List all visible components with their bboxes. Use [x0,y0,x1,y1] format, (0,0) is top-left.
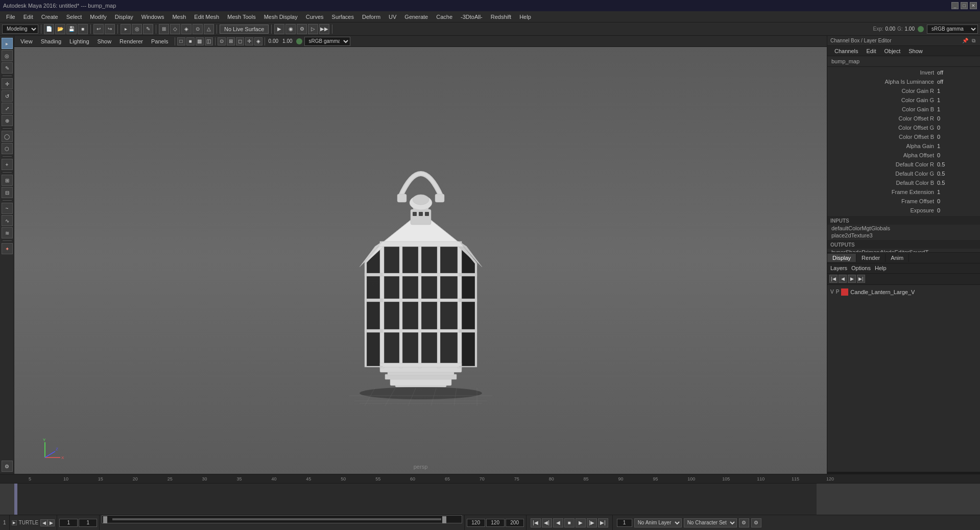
rp-pin-btn[interactable]: 📌 [962,37,969,44]
paint-select-btn[interactable]: ✎ [2,62,13,74]
vp-menu-lighting[interactable]: Lighting [65,37,93,45]
attr-row-alpha-offset[interactable]: Alpha Offset 0 [827,151,980,160]
attr-row-alpha-gain[interactable]: Alpha Gain 1 [827,141,980,151]
layers-tab-layers[interactable]: Layers [830,265,847,271]
close-button[interactable]: ✕ [970,2,977,9]
display-tab-render[interactable]: Render [856,254,886,262]
current-frame-marker[interactable] [14,484,17,515]
input-item-0[interactable]: defaultColorMgtGlobals [827,225,980,232]
rotate-tool-btn[interactable]: ↺ [2,90,13,102]
gamma-dropdown[interactable]: sRGB gamma [927,25,978,34]
menu-surfaces[interactable]: Surfaces [328,13,358,21]
menu-help[interactable]: Help [515,13,535,21]
menu-redshift[interactable]: Redshift [487,13,515,21]
save-scene-button[interactable]: ■ [78,24,88,34]
move-tool-btn[interactable]: ✛ [2,78,13,89]
vp-menu-show[interactable]: Show [93,37,116,45]
tab-show[interactable]: Show [904,47,927,55]
character-set-select[interactable]: No Character Set [684,518,737,527]
tab-object[interactable]: Object [880,47,904,55]
layer-nav-last[interactable]: ▶| [857,275,865,283]
menu-modify[interactable]: Modify [86,13,110,21]
pb-step-back[interactable]: ◀| [542,518,552,527]
attr-row-color-gain-b[interactable]: Color Gain B 1 [827,105,980,114]
menu-mesh-tools[interactable]: Mesh Tools [223,13,259,21]
vp-camera-btn[interactable]: ⊙ [218,37,226,45]
attr-row-frame-ext[interactable]: Frame Extension 1 [827,187,980,197]
lasso-tool-btn[interactable]: ◎ [2,50,13,61]
vp-menu-panels[interactable]: Panels [147,37,173,45]
menu-edit[interactable]: Edit [19,13,37,21]
time-slider-area[interactable] [0,484,980,515]
render-seq-btn[interactable]: ▷ [308,24,318,34]
anim-expand-btn[interactable]: ▸ [12,520,17,525]
viewport[interactable]: X Y Z persp [14,47,827,474]
mode-dropdown[interactable]: Modeling [2,25,38,34]
render-anim-btn[interactable]: ▶▶ [319,24,329,34]
vp-heads-btn[interactable]: ◻ [236,37,244,45]
rp-expand-btn[interactable]: ⧉ [970,37,977,44]
pb-go-end[interactable]: ▶| [598,518,608,527]
start-frame-input[interactable] [79,519,97,527]
layer-nav-prev[interactable]: ◀ [839,275,847,283]
anim-layer-select[interactable]: No Anim Layer [634,518,682,527]
render-current-btn[interactable]: ▶ [274,24,284,34]
curve-btn1[interactable]: ~ [2,203,13,214]
menu-create[interactable]: Create [37,13,62,21]
current-frame-input[interactable] [59,519,78,527]
attr-row-color-offset-b[interactable]: Color Offset B 0 [827,132,980,141]
lasso-mode-button[interactable]: ◎ [132,24,142,34]
show-manip-btn[interactable]: + [2,159,13,170]
menu-select[interactable]: Select [62,13,86,21]
menu-mesh-display[interactable]: Mesh Display [260,13,302,21]
layer-nav-next[interactable]: ▶ [848,275,856,283]
settings-btn[interactable]: ⚙ [2,461,13,472]
menu-windows[interactable]: Windows [137,13,169,21]
ipr-btn[interactable]: ◉ [285,24,296,34]
new-button[interactable]: 📄 [44,24,54,34]
total-end-frame-input[interactable] [506,519,524,527]
redo-button[interactable]: ↪ [105,24,115,34]
attr-row-color-offset-r[interactable]: Color Offset R 0 [827,114,980,123]
attr-row-color-gain-g[interactable]: Color Gain G 1 [827,95,980,105]
menu-deform[interactable]: Deform [358,13,385,21]
maximize-button[interactable]: □ [961,2,968,9]
vp-orn-btn[interactable]: ✛ [245,37,253,45]
vp-gamma-select[interactable]: sRGB gamma [304,37,350,46]
menu-uv[interactable]: UV [385,13,400,21]
vp-sel-btn[interactable]: ◈ [254,37,262,45]
soft-modify-btn[interactable]: ◯ [2,131,13,142]
attr-row-frame-offset[interactable]: Frame Offset 0 [827,197,980,206]
curve-btn2[interactable]: ∿ [2,215,13,226]
vp-menu-renderer[interactable]: Renderer [115,37,147,45]
save-button[interactable]: 💾 [66,24,77,34]
snap-surface-button[interactable]: ⊙ [193,24,203,34]
vp-shaded-textured-btn[interactable]: ◫ [205,37,213,45]
snap-point-button[interactable]: ◈ [181,24,192,34]
range-end-frame-input[interactable] [486,519,505,527]
input-item-1[interactable]: place2dTexture3 [827,232,980,239]
attr-row-color-gain-r[interactable]: Color Gain R 1 [827,86,980,95]
render-settings-btn[interactable]: ⚙ [297,24,307,34]
snap-live-button[interactable]: △ [204,24,214,34]
display-tab-display[interactable]: Display [827,254,856,262]
pb-stop[interactable]: ■ [564,518,575,527]
paint-mode-button[interactable]: ✎ [143,24,153,34]
attr-row-default-color-b[interactable]: Default Color B 0.5 [827,178,980,187]
layer-nav-first[interactable]: |◀ [829,275,838,283]
layers-tab-options[interactable]: Options [851,265,871,271]
menu-curves[interactable]: Curves [302,13,328,21]
snap-curve-button[interactable]: ◇ [170,24,180,34]
menu-cache[interactable]: Cache [432,13,457,21]
select-tool-btn[interactable]: ▸ [2,38,13,49]
minimize-button[interactable]: _ [951,2,959,9]
menu-display[interactable]: Display [111,13,137,21]
char-set-settings-btn[interactable]: ⚙ [739,518,749,527]
pb-play-back[interactable]: ◀ [553,518,563,527]
attr-row-exposure[interactable]: Exposure 0 [827,206,980,215]
grid-btn2[interactable]: ⊟ [2,187,13,198]
grid-btn[interactable]: ⊞ [2,175,13,186]
time-range-slider[interactable] [102,515,462,523]
layer-row-0[interactable]: V P Candle_Lantern_Large_V [829,287,978,297]
right-panel-resize[interactable] [827,472,980,474]
